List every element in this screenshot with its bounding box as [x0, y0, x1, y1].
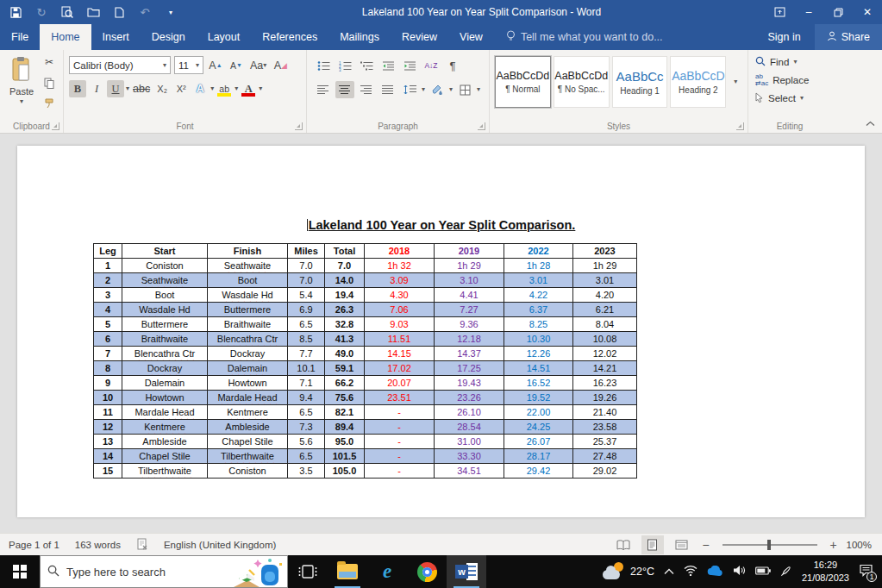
table-cell[interactable]: Boot [208, 273, 288, 288]
close-button[interactable]: ✕ [853, 0, 882, 24]
table-cell[interactable]: 21.40 [573, 405, 637, 420]
col-header-leg[interactable]: Leg [94, 244, 122, 259]
replace-button[interactable]: ab⇄ac Replace [752, 71, 828, 90]
table-cell[interactable]: 1h 32 [365, 259, 435, 273]
select-button[interactable]: Select ▾ [752, 90, 828, 107]
table-cell[interactable]: 11.51 [365, 332, 435, 347]
table-cell[interactable]: 1h 29 [435, 259, 504, 273]
table-cell[interactable]: 6.9 [288, 303, 325, 317]
font-color-button[interactable]: A [240, 80, 257, 97]
page-count-status[interactable]: Page 1 of 1 [9, 540, 59, 550]
table-cell[interactable]: Wasdale Hd [122, 303, 208, 317]
print-layout-button[interactable] [641, 535, 664, 554]
decrease-indent-icon[interactable] [378, 57, 397, 74]
table-cell[interactable]: 26.10 [435, 405, 504, 420]
font-size-select[interactable]: 11 ▾ [174, 56, 203, 74]
sort-icon[interactable]: A↓Z [422, 57, 441, 74]
col-header-finish[interactable]: Finish [208, 244, 288, 259]
table-cell[interactable]: Mardale Head [122, 405, 208, 420]
shading-caret-icon[interactable]: ▾ [449, 86, 453, 93]
start-button[interactable] [0, 555, 40, 588]
table-cell[interactable]: 1h 29 [573, 259, 637, 273]
zoom-level[interactable]: 100% [847, 540, 872, 550]
document-page[interactable]: Lakeland 100 Year on Year Split Comparis… [17, 146, 865, 517]
style-no-spacing[interactable]: AaBbCcDd ¶ No Spac... [554, 56, 610, 108]
align-center-icon[interactable] [335, 81, 354, 98]
table-cell[interactable]: 3 [94, 288, 122, 303]
tab-review[interactable]: Review [391, 24, 448, 50]
highlight-button[interactable]: ab [216, 80, 233, 97]
table-cell[interactable]: 8 [94, 361, 122, 376]
style-heading2[interactable]: AaBbCcD Heading 2 [670, 56, 726, 108]
table-cell[interactable]: 12.26 [504, 347, 573, 361]
paragraph-dialog-launcher[interactable] [478, 122, 485, 130]
style-normal[interactable]: AaBbCcDd ¶ Normal [495, 56, 551, 108]
table-cell[interactable]: 41.3 [325, 332, 365, 347]
paste-button[interactable]: Paste ▾ [3, 53, 40, 105]
table-cell[interactable]: 33.30 [435, 449, 504, 464]
line-spacing-icon[interactable] [400, 81, 419, 98]
table-cell[interactable]: Dockray [208, 347, 288, 361]
table-cell[interactable]: Wasdale Hd [208, 288, 288, 303]
cut-icon[interactable]: ✂ [41, 55, 57, 69]
table-cell[interactable]: Ambleside [122, 435, 208, 449]
taskbar-clock[interactable]: 16:29 21/08/2023 [802, 559, 849, 585]
table-cell[interactable]: 3.5 [288, 464, 325, 479]
table-cell[interactable]: 7.1 [288, 376, 325, 391]
table-cell[interactable]: 19.43 [435, 376, 504, 391]
col-header-2022[interactable]: 2022 [504, 244, 573, 259]
table-cell[interactable]: 7.0 [325, 259, 365, 273]
language-status[interactable]: English (United Kingdom) [164, 540, 276, 550]
zoom-out-button[interactable]: − [700, 538, 712, 552]
table-cell[interactable]: Dockray [122, 361, 208, 376]
table-cell[interactable]: 6.5 [288, 405, 325, 420]
table-cell[interactable]: 89.4 [325, 420, 365, 435]
bullets-icon[interactable] [314, 57, 333, 74]
shrink-font-button[interactable]: A▼ [228, 57, 245, 74]
numbering-icon[interactable]: 123 [335, 57, 354, 74]
table-cell[interactable]: 11 [94, 405, 122, 420]
table-cell[interactable]: 7.0 [288, 273, 325, 288]
find-button[interactable]: Find ▾ [752, 53, 828, 71]
text-effects-caret-icon[interactable]: ▾ [210, 85, 214, 92]
word-count-status[interactable]: 163 words [75, 540, 121, 550]
table-cell[interactable]: Kentmere [122, 420, 208, 435]
italic-button[interactable]: I [88, 80, 105, 97]
chrome-button[interactable] [407, 555, 447, 588]
change-case-button[interactable]: Aa▾ [248, 57, 268, 74]
table-cell[interactable]: 14 [94, 449, 122, 464]
table-cell[interactable]: Braithwaite [208, 317, 288, 332]
table-cell[interactable]: 24.25 [504, 420, 573, 435]
align-left-icon[interactable] [314, 81, 333, 98]
table-cell[interactable]: 19.52 [504, 391, 573, 405]
table-cell[interactable]: Tilberthwaite [208, 449, 288, 464]
table-cell[interactable]: Mardale Head [208, 391, 288, 405]
read-mode-button[interactable] [612, 535, 635, 554]
table-cell[interactable]: 5 [94, 317, 122, 332]
volume-icon[interactable] [733, 565, 746, 579]
table-cell[interactable]: 16.23 [573, 376, 637, 391]
multilevel-list-icon[interactable] [357, 57, 376, 74]
table-cell[interactable]: 8.5 [288, 332, 325, 347]
minimize-button[interactable]: – [794, 0, 823, 24]
table-cell[interactable]: 9.4 [288, 391, 325, 405]
table-cell[interactable]: 7.0 [288, 259, 325, 273]
word-button[interactable]: w [447, 555, 486, 588]
font-color-caret-icon[interactable]: ▾ [259, 85, 262, 92]
table-cell[interactable]: 16.52 [504, 376, 573, 391]
table-cell[interactable]: 1h 28 [504, 259, 573, 273]
print-preview-icon[interactable] [60, 5, 74, 19]
table-cell[interactable]: 12 [94, 420, 122, 435]
subscript-button[interactable]: X₂ [153, 80, 171, 97]
table-cell[interactable]: 5.6 [288, 435, 325, 449]
table-cell[interactable]: 15 [94, 464, 122, 479]
tray-chevron-up-icon[interactable] [664, 566, 674, 578]
share-button[interactable]: Share [815, 24, 882, 50]
table-cell[interactable]: 32.8 [325, 317, 365, 332]
line-spacing-caret-icon[interactable]: ▾ [422, 86, 425, 93]
table-cell[interactable]: Seathwaite [208, 259, 288, 273]
table-cell[interactable]: Chapel Stile [122, 449, 208, 464]
table-cell[interactable]: 7.3 [288, 420, 325, 435]
clear-formatting-button[interactable]: A◢ [272, 57, 289, 74]
table-cell[interactable]: 8.25 [504, 317, 573, 332]
